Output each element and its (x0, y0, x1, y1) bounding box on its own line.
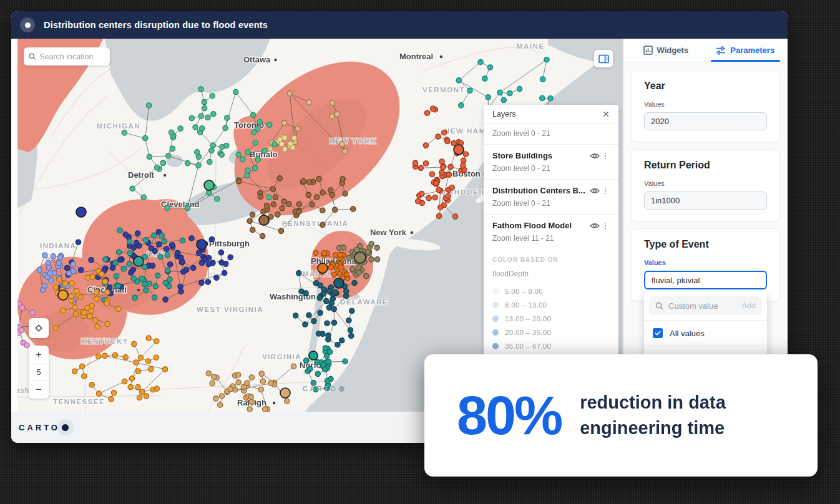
legend-item: 35.00 – 67.00 (492, 339, 610, 353)
carto-watermark: CARTO (303, 385, 344, 392)
custom-value-search[interactable]: Custom value Add (649, 296, 762, 315)
add-button[interactable]: Add (742, 301, 756, 310)
layer-visibility-button[interactable] (588, 222, 601, 230)
tab-parameters[interactable]: Parameters (706, 39, 786, 62)
layer-visibility-button[interactable] (588, 187, 601, 195)
stat-value: 80% (457, 384, 561, 447)
eye-icon (590, 187, 600, 195)
panel-toggle-button[interactable] (594, 50, 613, 67)
layer-menu-icon[interactable]: ⋮ (601, 186, 610, 195)
custom-value-placeholder: Custom value (668, 301, 737, 311)
values-label: Values (644, 180, 767, 187)
values-label: Values (644, 259, 767, 266)
widgets-icon (643, 46, 653, 55)
stat-card: 80% reduction in data engineering time (424, 354, 818, 477)
parameter-title: Return Period (644, 160, 767, 171)
search-input[interactable] (39, 52, 105, 61)
svg-text:Montreal: Montreal (399, 52, 433, 61)
return-period-input[interactable] (644, 191, 767, 210)
locate-button[interactable] (29, 318, 49, 338)
svg-text:VIRGINIA: VIRGINIA (262, 353, 301, 361)
eye-icon (590, 222, 600, 230)
close-icon[interactable]: ✕ (602, 110, 610, 119)
parameter-title: Year (644, 80, 767, 92)
zoom-control: + 5 − (29, 346, 49, 399)
svg-text:PENNSYLVANIA: PENNSYLVANIA (282, 220, 348, 227)
layer-visibility-button[interactable] (588, 152, 601, 160)
svg-text:KENTUCKY: KENTUCKY (81, 337, 129, 345)
year-input[interactable] (644, 112, 767, 130)
svg-text:MICHIGAN: MICHIGAN (97, 122, 140, 130)
checkbox-checked-icon[interactable] (653, 328, 663, 338)
layer-row[interactable]: Distribution Centers B...⋮Zoom level 0 -… (484, 180, 618, 215)
svg-text:TENNESSEE: TENNESSEE (53, 398, 105, 405)
layer-row[interactable]: Fathom Flood Model⋮Zoom level 11 - 21 (484, 215, 618, 249)
parameter-card-return-period: Return Period Values (631, 149, 780, 221)
svg-text:Ottawa: Ottawa (243, 55, 271, 64)
locate-icon (34, 323, 44, 333)
parameter-card-year: Year Values (631, 70, 780, 142)
svg-text:VERMONT: VERMONT (422, 86, 465, 94)
layer-menu-icon[interactable]: ⋮ (601, 151, 610, 160)
svg-text:INDIANA: INDIANA (40, 242, 76, 250)
legend-item: 20.00 – 35.00 (492, 326, 610, 339)
panel-layout-icon (598, 54, 609, 64)
svg-text:NEW YORK: NEW YORK (330, 137, 376, 145)
layer-menu-icon[interactable]: ⋮ (601, 221, 610, 230)
stat-caption: reduction in data engineering time (580, 390, 726, 440)
layers-panel-title: Layers (492, 110, 516, 119)
layer-row[interactable]: Store Buildings⋮Zoom level 0 - 21 (484, 145, 618, 180)
color-field-name: floodDepth (484, 264, 618, 281)
type-of-event-input[interactable] (644, 271, 767, 289)
search-icon (29, 52, 36, 61)
carto-logo: CARTO (19, 419, 74, 435)
legend-item: 8.00 – 13.00 (492, 298, 610, 312)
sidebar-tabs: Widgets Parameters (623, 39, 788, 62)
color-based-on-label: COLOR BASED ON (484, 249, 618, 264)
all-values-option[interactable]: All values (644, 321, 767, 346)
map-search[interactable] (24, 47, 110, 65)
svg-text:New York: New York (370, 228, 407, 237)
titlebar: Distribution centers disruption due to f… (11, 11, 788, 39)
zoom-in-button[interactable]: + (29, 346, 49, 364)
parameter-title: Type of Event (644, 239, 767, 250)
svg-text:Washington: Washington (270, 292, 316, 301)
tab-widgets[interactable]: Widgets (626, 39, 706, 62)
app-logo-icon (20, 17, 35, 32)
eye-icon (590, 152, 600, 160)
zoom-out-button[interactable]: − (29, 380, 49, 399)
parameter-card-type-of-event: Type of Event Values Custom value (631, 228, 780, 301)
layer-row-partial[interactable]: Zoom level 0 - 21 (484, 124, 618, 145)
search-icon (655, 302, 663, 310)
legend-item: 13.00 – 20.00 (492, 312, 610, 326)
svg-text:MAINE: MAINE (517, 42, 545, 50)
svg-text:DELAWARE: DELAWARE (340, 298, 388, 306)
zoom-level: 5 (29, 364, 49, 380)
svg-text:WEST VIRGINIA: WEST VIRGINIA (197, 306, 263, 313)
legend-item: 5.00 – 8.00 (492, 284, 610, 298)
svg-text:Pittsburgh: Pittsburgh (209, 239, 250, 248)
svg-text:Detroit: Detroit (128, 170, 155, 180)
values-label: Values (644, 100, 767, 108)
parameters-icon (716, 46, 726, 55)
page-title: Distribution centers disruption due to f… (44, 20, 268, 30)
